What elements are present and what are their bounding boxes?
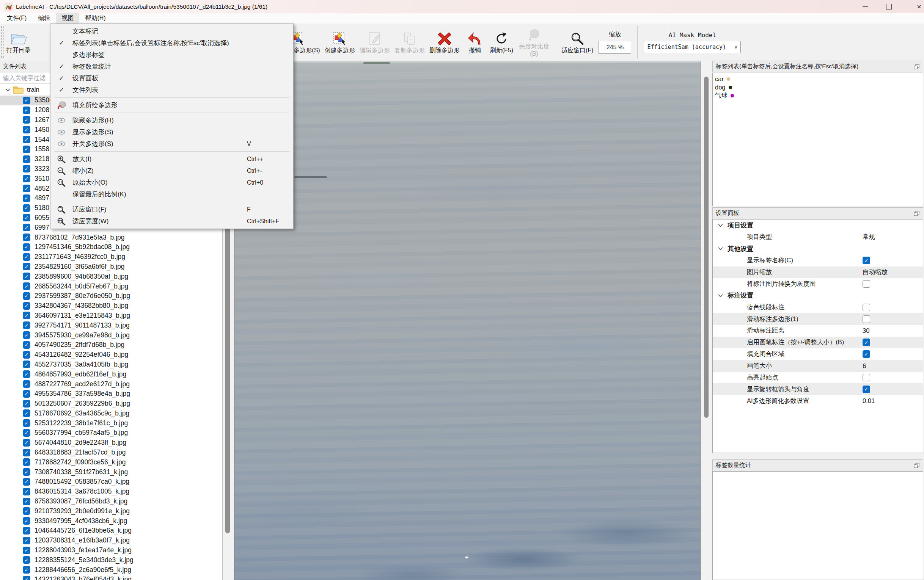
menu-item[interactable]: ✓标签数量统计 [50, 61, 293, 72]
setting-checkbox[interactable] [863, 315, 870, 323]
file-row[interactable]: ✓7178882742_f090f3ce56_k.jpg [0, 457, 222, 467]
file-row[interactable]: ✓4955354786_337a598e4a_b.jpg [0, 389, 222, 399]
file-row[interactable]: ✓2311771643_f46392fcc0_b.jpg [0, 252, 222, 262]
file-checkbox[interactable]: ✓ [23, 400, 30, 407]
file-checkbox[interactable]: ✓ [23, 449, 30, 456]
file-checkbox[interactable]: ✓ [23, 351, 30, 359]
float-panel-icon[interactable] [914, 463, 920, 468]
chevron-down-icon[interactable] [718, 245, 723, 252]
file-checkbox[interactable]: ✓ [23, 311, 30, 319]
file-row[interactable]: ✓5253122239_38b1e7f61c_b.jpg [0, 418, 222, 428]
menu-item[interactable]: ✓设置面板 [50, 72, 293, 84]
file-checkbox[interactable]: ✓ [23, 214, 30, 221]
menu-item[interactable]: 多边形标签 [50, 49, 293, 61]
setting-checkbox[interactable]: ✓ [863, 257, 870, 264]
menu-item[interactable]: 适应宽度(W)Ctrl+Shift+F [50, 215, 293, 227]
setting-checkbox[interactable] [863, 304, 870, 311]
canvas-scrollbar-thumb[interactable] [704, 77, 709, 418]
file-row[interactable]: ✓12288355124_5e340d3de3_k.jpg [0, 555, 222, 565]
tree-item-train[interactable]: train [0, 84, 40, 95]
file-row[interactable]: ✓5674044810_2d9e2243ff_b.jpg [0, 438, 222, 448]
label-item[interactable]: dog [715, 83, 921, 91]
file-row[interactable]: ✓12037308314_e16fb3a0f7_k.jpg [0, 536, 222, 545]
menubar-item[interactable]: 编辑 [33, 13, 54, 23]
file-checkbox[interactable]: ✓ [23, 273, 30, 280]
file-row[interactable]: ✓5178670692_63a4365c9c_b.jpg [0, 409, 222, 419]
float-panel-icon[interactable] [914, 211, 920, 216]
menubar-item[interactable]: 视图 [57, 13, 78, 23]
file-row[interactable]: ✓8758393087_76fcd56bd3_k.jpg [0, 497, 222, 506]
file-checkbox[interactable]: ✓ [23, 107, 30, 114]
menubar-item[interactable]: 文件(F) [2, 13, 31, 23]
label-item[interactable]: car [715, 75, 921, 83]
menu-item[interactable]: 放大(I)Ctrl++ [50, 153, 293, 165]
file-checkbox[interactable]: ✓ [23, 517, 30, 525]
file-row[interactable]: ✓3646097131_e3e1215843_b.jpg [0, 311, 222, 321]
file-row[interactable]: ✓2685563244_b0d5f7eb67_b.jpg [0, 281, 222, 291]
setting-value[interactable]: 自动缩放 [863, 268, 888, 276]
open-directory-button[interactable]: 打开目录 [4, 30, 33, 54]
file-checkbox[interactable]: ✓ [23, 507, 30, 515]
menu-item[interactable]: 隐藏多边形(H) [50, 114, 293, 126]
zoom-percent-input[interactable]: 245 % [599, 41, 631, 54]
file-checkbox[interactable]: ✓ [23, 341, 30, 349]
file-row[interactable]: ✓3927754171_9011487133_b.jpg [0, 320, 222, 330]
file-checkbox[interactable]: ✓ [23, 419, 30, 427]
delete-polygon-button[interactable]: 删除多边形 [427, 30, 462, 54]
file-checkbox[interactable]: ✓ [23, 234, 30, 241]
setting-value[interactable]: 6 [863, 362, 866, 370]
file-checkbox[interactable]: ✓ [23, 282, 30, 290]
file-row[interactable]: ✓4864857993_edb62f16ef_b.jpg [0, 369, 222, 379]
file-checkbox[interactable]: ✓ [23, 155, 30, 163]
chevron-down-icon[interactable] [718, 292, 723, 299]
setting-checkbox[interactable]: ✓ [863, 338, 870, 346]
file-row[interactable]: ✓4543126482_92254ef046_b.jpg [0, 350, 222, 360]
chevron-down-icon[interactable] [718, 222, 723, 229]
file-row[interactable]: ✓12288043903_fe1ea17a4e_k.jpg [0, 545, 222, 555]
file-row[interactable]: ✓2354829160_3f65a6bf6f_b.jpg [0, 262, 222, 272]
file-checkbox[interactable]: ✓ [23, 488, 30, 496]
menu-item[interactable]: 适应窗口(F)F [50, 204, 293, 215]
file-checkbox[interactable]: ✓ [23, 576, 30, 580]
file-checkbox[interactable]: ✓ [23, 566, 30, 573]
file-checkbox[interactable]: ✓ [23, 243, 30, 251]
file-row[interactable]: ✓14321263043_b76ef054d3_k.jpg [0, 575, 222, 580]
file-row[interactable]: ✓4887227769_acd2e6127d_b.jpg [0, 379, 222, 389]
minimize-button[interactable] [853, 0, 877, 13]
file-row[interactable]: ✓9330497995_4cf0438cb6_k.jpg [0, 516, 222, 526]
fit-window-button[interactable]: 适应窗口(F) [559, 30, 596, 54]
menubar-item[interactable]: 帮助(H) [81, 13, 110, 23]
file-row[interactable]: ✓3342804367_f43682bb80_b.jpg [0, 301, 222, 311]
file-checkbox[interactable]: ✓ [23, 429, 30, 437]
setting-checkbox[interactable]: ✓ [863, 386, 870, 393]
file-row[interactable]: ✓1297451346_5b92bdac08_b.jpg [0, 242, 222, 252]
file-checkbox[interactable]: ✓ [23, 371, 30, 378]
create-polygon-button[interactable]: 创建多边形 [322, 30, 357, 54]
file-checkbox[interactable]: ✓ [23, 302, 30, 310]
file-row[interactable]: ✓7488015492_0583857ca0_k.jpg [0, 477, 222, 487]
file-checkbox[interactable]: ✓ [23, 527, 30, 534]
file-checkbox[interactable]: ✓ [23, 136, 30, 143]
file-checkbox[interactable]: ✓ [23, 468, 30, 476]
file-row[interactable]: ✓2385899600_94b68350af_b.jpg [0, 272, 222, 281]
file-row[interactable]: ✓873768102_7d931e5fa3_b.jpg [0, 232, 222, 242]
file-checkbox[interactable]: ✓ [23, 116, 30, 124]
file-checkbox[interactable]: ✓ [23, 478, 30, 486]
label-item[interactable]: 气球 [715, 91, 921, 100]
file-checkbox[interactable]: ✓ [23, 165, 30, 173]
setting-value[interactable]: 0.01 [863, 397, 874, 404]
file-checkbox[interactable]: ✓ [23, 253, 30, 261]
chevron-down-icon[interactable] [5, 86, 10, 94]
file-row[interactable]: ✓8436015314_3a678c1005_k.jpg [0, 487, 222, 497]
file-checkbox[interactable]: ✓ [23, 409, 30, 417]
file-checkbox[interactable]: ✓ [23, 361, 30, 368]
file-row[interactable]: ✓10464445726_6f1e3bbe6a_k.jpg [0, 526, 222, 536]
file-row[interactable]: ✓3945575930_ce99a7e98d_b.jpg [0, 330, 222, 340]
file-checkbox[interactable]: ✓ [23, 145, 30, 153]
file-checkbox[interactable]: ✓ [23, 263, 30, 270]
file-checkbox[interactable]: ✓ [23, 556, 30, 564]
toolbar-drag-handle[interactable] [1, 26, 4, 58]
file-checkbox[interactable]: ✓ [23, 498, 30, 505]
file-checkbox[interactable]: ✓ [23, 439, 30, 447]
file-row[interactable]: ✓5013250607_26359229b6_b.jpg [0, 399, 222, 409]
